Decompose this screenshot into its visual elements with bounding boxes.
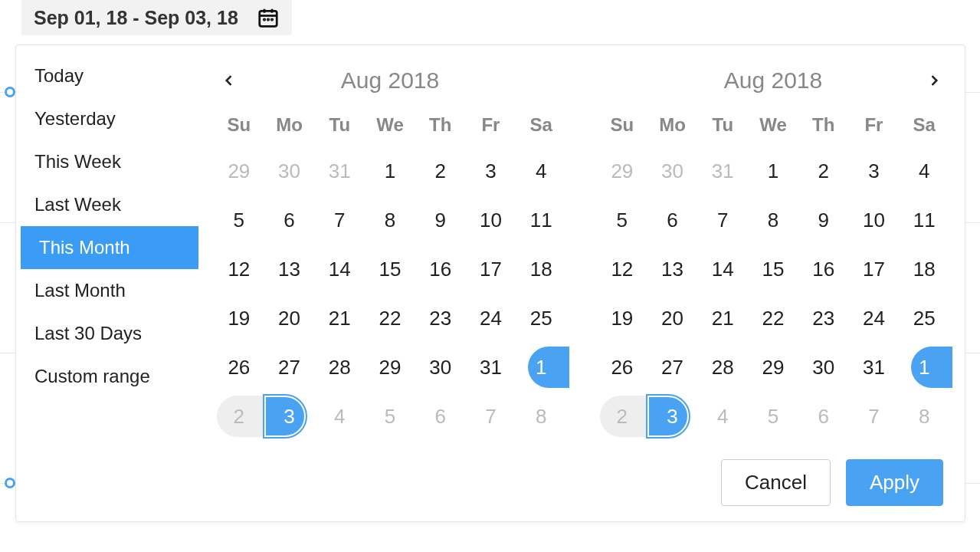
calendar-day[interactable]: 8	[748, 196, 798, 245]
calendar-day[interactable]: 10	[849, 196, 900, 245]
calendar-day[interactable]: 16	[415, 245, 466, 294]
calendar-day[interactable]: 4	[516, 146, 566, 196]
day-of-week-header: Th	[415, 108, 466, 146]
calendar-day[interactable]: 29	[214, 146, 264, 196]
calendar-day[interactable]: 1	[748, 146, 798, 196]
calendar-day[interactable]: 31	[314, 146, 365, 196]
calendar-day[interactable]: 26	[597, 343, 647, 392]
calendar-day[interactable]: 23	[415, 294, 466, 343]
calendar-day[interactable]: 6	[647, 196, 698, 245]
calendar-day[interactable]: 25	[516, 294, 566, 343]
calendar-day[interactable]: 21	[697, 294, 748, 343]
calendar-day[interactable]: 19	[597, 294, 647, 343]
calendar-day[interactable]: 5	[597, 196, 647, 245]
calendar-day[interactable]: 14	[314, 245, 365, 294]
calendar-day[interactable]: 7	[466, 392, 516, 441]
calendar-day[interactable]: 23	[798, 294, 849, 343]
calendar-day[interactable]: 8	[365, 196, 415, 245]
calendar-day[interactable]: 14	[697, 245, 748, 294]
preset-item[interactable]: Last 30 Days	[16, 312, 198, 355]
calendar-day[interactable]: 3	[849, 146, 900, 196]
calendar-day[interactable]: 13	[647, 245, 698, 294]
calendar-day[interactable]: 27	[647, 343, 698, 392]
calendar-day[interactable]: 11	[899, 196, 949, 245]
calendar-day[interactable]: 3	[647, 392, 698, 441]
calendar-day[interactable]: 31	[849, 343, 900, 392]
calendar-day[interactable]: 30	[264, 146, 315, 196]
calendar-day[interactable]: 18	[516, 245, 566, 294]
calendar-day[interactable]: 26	[214, 343, 264, 392]
calendar-day[interactable]: 22	[365, 294, 415, 343]
preset-item[interactable]: This Week	[16, 140, 198, 183]
calendar-day[interactable]: 18	[899, 245, 949, 294]
calendar-day[interactable]: 2	[415, 146, 466, 196]
prev-month-button[interactable]	[214, 65, 244, 96]
preset-item[interactable]: This Month	[21, 226, 198, 269]
cancel-button[interactable]: Cancel	[721, 459, 831, 506]
calendar-day[interactable]: 4	[697, 392, 748, 441]
calendar-day[interactable]: 2	[214, 392, 264, 441]
calendar-day[interactable]: 16	[798, 245, 849, 294]
calendar-day[interactable]: 1	[516, 343, 566, 392]
calendar-day[interactable]: 28	[314, 343, 365, 392]
calendar-day[interactable]: 2	[798, 146, 849, 196]
calendar-day[interactable]: 4	[314, 392, 365, 441]
calendar-day[interactable]: 5	[214, 196, 264, 245]
next-month-button[interactable]	[919, 65, 949, 96]
calendar-day[interactable]: 24	[849, 294, 900, 343]
calendar-day[interactable]: 20	[264, 294, 315, 343]
preset-item[interactable]: Yesterday	[16, 97, 198, 140]
calendar-day[interactable]: 30	[798, 343, 849, 392]
calendar-day[interactable]: 8	[899, 392, 949, 441]
calendar-day[interactable]: 7	[697, 196, 748, 245]
calendar-day[interactable]: 7	[849, 392, 900, 441]
calendar-day[interactable]: 27	[264, 343, 315, 392]
calendar-day[interactable]: 31	[466, 343, 516, 392]
day-of-week-header: Mo	[264, 108, 315, 146]
calendar-day[interactable]: 30	[647, 146, 698, 196]
calendar-day[interactable]: 9	[415, 196, 466, 245]
calendar-day[interactable]: 28	[697, 343, 748, 392]
calendar-day[interactable]: 15	[748, 245, 798, 294]
preset-item[interactable]: Today	[16, 54, 198, 97]
preset-item[interactable]: Custom range	[16, 355, 198, 398]
day-of-week-header: Sa	[516, 108, 566, 146]
calendar-day[interactable]: 5	[365, 392, 415, 441]
calendar-day[interactable]: 29	[748, 343, 798, 392]
calendar-day[interactable]: 19	[214, 294, 264, 343]
calendar-day[interactable]: 7	[314, 196, 365, 245]
apply-button[interactable]: Apply	[846, 459, 943, 506]
calendar-day[interactable]: 3	[264, 392, 315, 441]
calendar-day[interactable]: 4	[899, 146, 949, 196]
calendar-day[interactable]: 31	[697, 146, 748, 196]
calendar-day[interactable]: 21	[314, 294, 365, 343]
calendar-day[interactable]: 25	[899, 294, 949, 343]
calendar-day[interactable]: 1	[899, 343, 949, 392]
calendar-day[interactable]: 11	[516, 196, 566, 245]
calendar-day[interactable]: 1	[365, 146, 415, 196]
calendar-day[interactable]: 2	[597, 392, 647, 441]
calendar-day[interactable]: 10	[466, 196, 516, 245]
calendar-day[interactable]: 29	[597, 146, 647, 196]
calendar-day[interactable]: 9	[798, 196, 849, 245]
calendar-day[interactable]: 12	[214, 245, 264, 294]
calendar-day[interactable]: 6	[415, 392, 466, 441]
date-range-trigger[interactable]: Sep 01, 18 - Sep 03, 18	[21, 0, 292, 35]
calendar-day[interactable]: 24	[466, 294, 516, 343]
calendar-day[interactable]: 12	[597, 245, 647, 294]
preset-item[interactable]: Last Week	[16, 183, 198, 226]
calendar-day[interactable]: 13	[264, 245, 315, 294]
calendar-day[interactable]: 29	[365, 343, 415, 392]
calendar-day[interactable]: 30	[415, 343, 466, 392]
calendar-day[interactable]: 17	[466, 245, 516, 294]
calendar-day[interactable]: 20	[647, 294, 698, 343]
calendar-day[interactable]: 5	[748, 392, 798, 441]
calendar-day[interactable]: 6	[798, 392, 849, 441]
calendar-day[interactable]: 3	[466, 146, 516, 196]
calendar-day[interactable]: 22	[748, 294, 798, 343]
calendar-day[interactable]: 8	[516, 392, 566, 441]
calendar-day[interactable]: 17	[849, 245, 900, 294]
preset-item[interactable]: Last Month	[16, 269, 198, 312]
calendar-day[interactable]: 15	[365, 245, 415, 294]
calendar-day[interactable]: 6	[264, 196, 315, 245]
